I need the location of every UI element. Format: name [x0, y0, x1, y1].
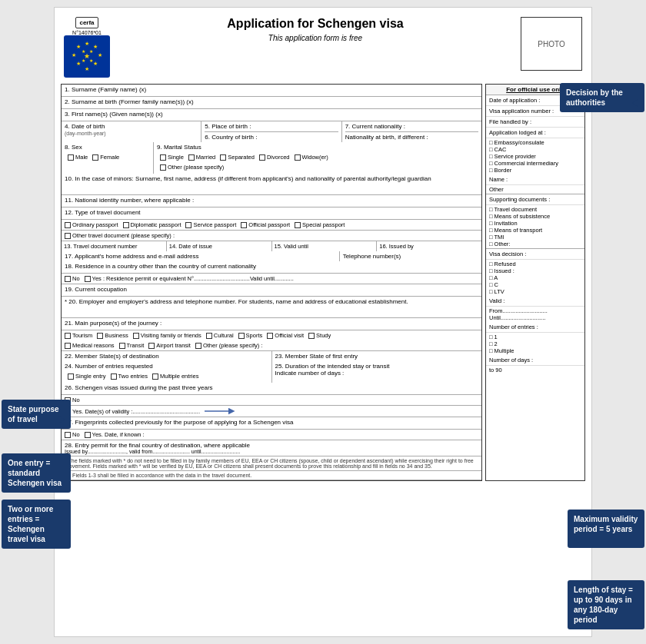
- field-26-options: No: [62, 395, 481, 406]
- field-17-label: 17. Applicant's home address and e-mail …: [65, 253, 199, 260]
- no-fingerprint[interactable]: No: [65, 431, 80, 438]
- photo-label: PHOTO: [538, 40, 564, 48]
- tourism[interactable]: Tourism: [65, 332, 92, 339]
- field-27-label-row: 27. Fingerprints collected previously fo…: [62, 417, 481, 430]
- field-20-label: * 20. Employer and employer's address an…: [65, 298, 408, 305]
- svg-text:★: ★: [98, 52, 102, 58]
- marital-other: Other (please specify): [157, 162, 478, 172]
- arrow-right-icon: [58, 416, 65, 423]
- field-26-label-row: 26. Schengen visas issued during the pas…: [62, 383, 481, 395]
- file-handled-row: File handled by :: [486, 117, 584, 128]
- footnote-1-text: * The fields marked with * do not need t…: [65, 458, 474, 469]
- valid-row: Valid :: [486, 296, 584, 307]
- official-visit[interactable]: Official visit: [267, 332, 304, 339]
- transit[interactable]: Transit: [119, 342, 145, 349]
- separated-checkbox[interactable]: [220, 154, 226, 161]
- female-option[interactable]: Female: [92, 154, 119, 161]
- single-checkbox[interactable]: [160, 154, 166, 161]
- field-27-options: No Yes. Date, if known :: [62, 430, 481, 440]
- ordinary-passport[interactable]: Ordinary passport: [65, 221, 118, 228]
- visa-decision-label: Visa decision :: [489, 251, 526, 257]
- visiting-family[interactable]: Visiting family or friends: [133, 332, 201, 339]
- field-4-col: 4. Date of birth (day-month-year): [62, 121, 201, 142]
- medical[interactable]: Medical reasons: [65, 342, 115, 349]
- eu-flag-svg: ★ ★ ★ ★ ★ ★ ★ ★ ★ ★ ★ ★ ★: [66, 38, 108, 76]
- yes-residence[interactable]: Yes : Residence permit or equivalent N°.…: [85, 275, 294, 282]
- divorced-option[interactable]: Divorced: [259, 154, 290, 161]
- field-24-25-row: 24. Number of entries requested Single e…: [62, 361, 481, 383]
- field-4-7-row: 4. Date of birth (day-month-year) 5. Pla…: [62, 121, 481, 142]
- field-21-options-1: Tourism Business Visiting family or frie…: [62, 330, 481, 340]
- male-checkbox[interactable]: [68, 154, 74, 161]
- two-entries[interactable]: Two entries: [111, 373, 148, 380]
- issued-option: □ Issued :: [489, 267, 581, 274]
- field-12-other: Other travel document (please specify) :: [62, 231, 481, 241]
- field-10-row: 10. In the case of minors: Surname, firs…: [62, 174, 481, 195]
- photo-box: PHOTO: [521, 17, 582, 71]
- svg-text:★: ★: [93, 44, 98, 49]
- married-checkbox[interactable]: [188, 154, 195, 161]
- widow-option[interactable]: Widow(er): [295, 154, 328, 161]
- divorced-label: Divorced: [267, 154, 290, 161]
- cerfa-number: N°14076*01: [72, 30, 102, 35]
- service-option: □ Service provider: [489, 153, 581, 160]
- business[interactable]: Business: [97, 332, 128, 339]
- valid-dates: From............................ Until..…: [486, 307, 584, 322]
- svg-text:★: ★: [76, 61, 81, 66]
- separated-label: Separated: [228, 154, 255, 161]
- yes-fingerprint[interactable]: Yes. Date, if known :: [85, 431, 145, 438]
- annotation-length-stay: Length of stay = up to 90 days in any 18…: [568, 580, 644, 629]
- annotation-decision: Decision by the authorities: [560, 83, 644, 112]
- field-15-label: 15. Valid until: [275, 243, 308, 250]
- special-passport[interactable]: Special passport: [295, 221, 345, 228]
- until-date: Until............................: [489, 314, 581, 321]
- subsistence-doc: □ Means of subsistence: [489, 213, 581, 220]
- field-22-label: 22. Member State(s) of destination: [65, 353, 159, 360]
- no-residence[interactable]: No: [65, 275, 80, 282]
- female-checkbox[interactable]: [92, 154, 98, 161]
- other-travel-doc[interactable]: Other travel document (please specify) :: [65, 232, 175, 239]
- diplomatic-passport[interactable]: Diplomatic passport: [123, 221, 181, 228]
- sex-options: Male Female: [65, 152, 150, 162]
- other-purpose[interactable]: Other (please specify) :: [195, 342, 263, 349]
- annotation-purpose: State purpose of travel: [2, 400, 71, 429]
- field-5-6-col: 5. Place of birth : 6. Country of birth …: [201, 121, 341, 142]
- lodged-at-row: Application lodged at :: [486, 128, 584, 138]
- field-12-label-row: 12. Type of travel document: [62, 207, 481, 220]
- field-21-options-2: Medical reasons Transit Airport transit …: [62, 340, 481, 351]
- field-17b-col: Telephone number(s): [340, 251, 481, 261]
- single-option[interactable]: Single: [160, 154, 184, 161]
- field-19-row: 19. Current occupation: [62, 284, 481, 297]
- annotation-purpose-text: State purpose of travel: [8, 405, 59, 423]
- airport-transit[interactable]: Airport transit: [148, 342, 191, 349]
- service-passport[interactable]: Service passport: [185, 221, 236, 228]
- male-option[interactable]: Male: [68, 154, 88, 161]
- field-12-label: 12. Type of travel document: [65, 209, 141, 216]
- yes-schengen[interactable]: Yes. Date(s) of validity :..............…: [65, 408, 200, 415]
- field-8-9-row: 8. Sex Male Female 9. Marital Status Sin…: [62, 142, 481, 174]
- field-28-label: 28. Entry permit for the final country o…: [65, 442, 478, 449]
- divorced-checkbox[interactable]: [259, 154, 265, 161]
- main-title: Application for Schengen visa: [125, 17, 505, 31]
- multiple-entries[interactable]: Multiple entries: [152, 373, 198, 380]
- logo-area: cerfa N°14076*01 ★ ★ ★ ★ ★ ★ ★ ★: [64, 17, 110, 78]
- study[interactable]: Study: [308, 332, 331, 339]
- official-passport[interactable]: Official passport: [241, 221, 290, 228]
- field-11-row: 11. National identity number, where appl…: [62, 195, 481, 207]
- name-row: Name :: [486, 174, 584, 185]
- border-option: □ Border: [489, 167, 581, 174]
- widow-checkbox[interactable]: [295, 154, 301, 161]
- other-marital-option[interactable]: Other (please specify): [160, 164, 224, 171]
- field-11-label: 11. National identity number, where appl…: [65, 197, 194, 204]
- married-option[interactable]: Married: [188, 154, 215, 161]
- field-17b-label: Telephone number(s): [343, 253, 401, 260]
- invitation-doc: □ Invitation: [489, 220, 581, 227]
- single-entry[interactable]: Single entry: [68, 373, 106, 380]
- sports[interactable]: Sports: [238, 332, 263, 339]
- other-marital-checkbox[interactable]: [160, 164, 166, 171]
- field-7b: Nationality at birth, if different :: [345, 134, 478, 141]
- cultural[interactable]: Cultural: [206, 332, 234, 339]
- field-4-sub: (day-month-year): [65, 131, 106, 136]
- separated-option[interactable]: Separated: [220, 154, 255, 161]
- field-16-col: 16. Issued by: [377, 241, 481, 251]
